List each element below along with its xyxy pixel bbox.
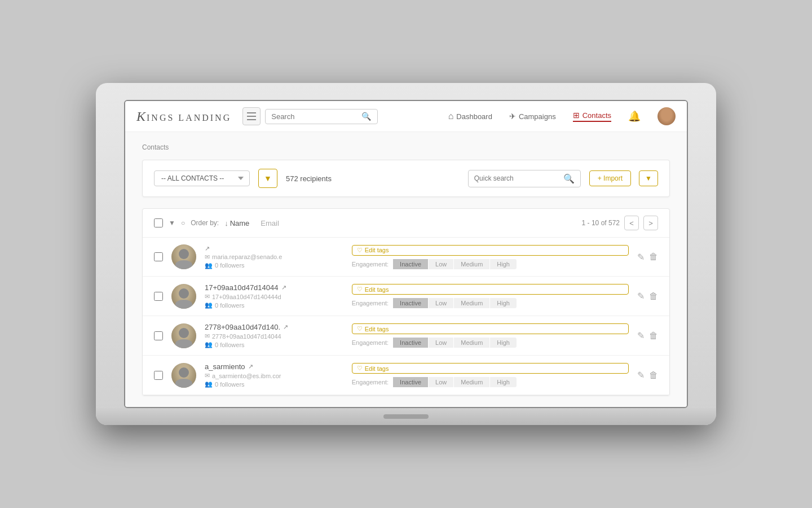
- user-avatar[interactable]: [657, 107, 676, 125]
- contact-info-0: ↗ ✉ maria.reparaz@senado.e 👥 0 followers: [205, 245, 343, 269]
- row-actions-1: ✎ 🗑: [637, 291, 658, 301]
- bell-icon[interactable]: 🔔: [628, 110, 641, 122]
- engagement-label-2: Engagement:: [352, 339, 389, 346]
- order-by-label: Order by:: [191, 219, 219, 227]
- engagement-segment-high: High: [490, 377, 517, 387]
- col-name-header[interactable]: ↓ Name: [224, 219, 249, 227]
- row-actions-0: ✎ 🗑: [637, 252, 658, 262]
- import-dropdown-button[interactable]: ▼: [639, 170, 658, 186]
- contact-engagement-1: ♡ Edit tags Engagement: InactiveLowMediu…: [352, 284, 629, 308]
- edit-contact-button-0[interactable]: ✎: [637, 252, 645, 262]
- contact-avatar-0: [171, 244, 196, 269]
- delete-contact-button-1[interactable]: 🗑: [649, 291, 658, 301]
- chevron-down-icon: ▼: [645, 174, 652, 182]
- select-all-checkbox[interactable]: [154, 218, 163, 227]
- contacts-icon: ⊞: [573, 111, 580, 120]
- contacts-list: ↗ ✉ maria.reparaz@senado.e 👥 0 followers…: [143, 238, 669, 395]
- engagement-row-3: Engagement: InactiveLowMediumHigh: [352, 377, 629, 387]
- nav-campaigns-label: Campaigns: [519, 112, 556, 121]
- laptop-frame: KINGS LANDING 🔍 ⌂ Dashboard ✈ Campaigns: [96, 83, 716, 425]
- engagement-label-1: Engagement:: [352, 300, 389, 306]
- table-row: ↗ ✉ maria.reparaz@senado.e 👥 0 followers…: [143, 238, 669, 277]
- contacts-table: ▼ ○ Order by: ↓ Name Email 1 - 10 of 572…: [142, 208, 670, 396]
- external-link-icon: ↗: [283, 323, 288, 331]
- table-filter-icon[interactable]: ▼: [169, 219, 175, 227]
- contact-followers-1: 👥 0 followers: [205, 301, 343, 309]
- external-link-icon: ↗: [205, 245, 210, 252]
- contact-name-0[interactable]: ↗: [205, 245, 343, 252]
- quick-search-icon: 🔍: [563, 173, 575, 184]
- row-checkbox-3[interactable]: [154, 371, 163, 380]
- laptop-screen: KINGS LANDING 🔍 ⌂ Dashboard ✈ Campaigns: [124, 100, 688, 408]
- nav-links: ⌂ Dashboard ✈ Campaigns ⊞ Contacts 🔔: [448, 107, 676, 125]
- import-button[interactable]: + Import: [589, 170, 631, 186]
- contact-info-3: a_sarmiento↗ ✉ a_sarmiento@es.ibm.cor 👥 …: [205, 362, 343, 388]
- contact-engagement-0: ♡ Edit tags Engagement: InactiveLowMediu…: [352, 245, 629, 269]
- next-page-button[interactable]: >: [643, 216, 658, 230]
- followers-icon: 👥: [205, 341, 213, 348]
- sort-arrow-icon: ↓: [224, 219, 228, 227]
- followers-icon: 👥: [205, 380, 213, 388]
- row-checkbox-1[interactable]: [154, 292, 163, 301]
- contact-name-2[interactable]: 2778+09aa10d47d140.↗: [205, 323, 343, 331]
- contact-name-1[interactable]: 17+09aa10d47d14044↗: [205, 283, 343, 292]
- edit-contact-button-1[interactable]: ✎: [637, 291, 645, 301]
- engagement-segment-medium: Medium: [454, 259, 489, 269]
- engagement-row-2: Engagement: InactiveLowMediumHigh: [352, 338, 629, 348]
- col-name-label: Name: [230, 219, 250, 227]
- contact-name-3[interactable]: a_sarmiento↗: [205, 362, 343, 371]
- contact-avatar-3: [171, 363, 196, 388]
- search-box: 🔍: [265, 109, 378, 124]
- contact-info-1: 17+09aa10d47d14044↗ ✉ 17+09aa10d47d14044…: [205, 283, 343, 309]
- contacts-select[interactable]: -- ALL CONTACTS --: [154, 170, 250, 186]
- contact-email-3: ✉ a_sarmiento@es.ibm.cor: [205, 372, 343, 379]
- quick-search-input[interactable]: [474, 174, 563, 182]
- contact-followers-3: 👥 0 followers: [205, 380, 343, 388]
- edit-tags-button-0[interactable]: ♡ Edit tags: [352, 245, 629, 256]
- filter-button[interactable]: ▼: [258, 169, 277, 188]
- edit-tags-button-1[interactable]: ♡ Edit tags: [352, 284, 629, 295]
- recipient-count: 572 recipients: [286, 174, 332, 183]
- table-header: ▼ ○ Order by: ↓ Name Email 1 - 10 of 572…: [143, 209, 669, 238]
- prev-page-button[interactable]: <: [624, 216, 639, 230]
- laptop-notch: [383, 414, 429, 419]
- contact-engagement-3: ♡ Edit tags Engagement: InactiveLowMediu…: [352, 363, 629, 387]
- contact-info-2: 2778+09aa10d47d140.↗ ✉ 2778+09aa10d47d14…: [205, 323, 343, 348]
- nav-contacts[interactable]: ⊞ Contacts: [573, 111, 611, 122]
- row-checkbox-0[interactable]: [154, 252, 163, 261]
- contact-email-2: ✉ 2778+09aa10d47d14044: [205, 332, 343, 340]
- delete-contact-button-3[interactable]: 🗑: [649, 370, 658, 380]
- edit-contact-button-3[interactable]: ✎: [637, 370, 645, 380]
- edit-tags-button-2[interactable]: ♡ Edit tags: [352, 323, 629, 334]
- row-checkbox-2[interactable]: [154, 331, 163, 340]
- followers-icon: 👥: [205, 301, 213, 309]
- engagement-segment-high: High: [490, 259, 517, 269]
- contact-email-1: ✉ 17+09aa10d47d140444d: [205, 293, 343, 300]
- engagement-segment-low: Low: [429, 338, 453, 348]
- table-row: 2778+09aa10d47d140.↗ ✉ 2778+09aa10d47d14…: [143, 316, 669, 356]
- edit-contact-button-2[interactable]: ✎: [637, 330, 645, 341]
- delete-contact-button-2[interactable]: 🗑: [649, 331, 658, 341]
- nav-campaigns[interactable]: ✈ Campaigns: [509, 112, 556, 121]
- engagement-segment-inactive: Inactive: [393, 259, 428, 269]
- table-search-icon[interactable]: ○: [181, 219, 185, 227]
- nav-dashboard-label: Dashboard: [456, 112, 492, 121]
- delete-contact-button-0[interactable]: 🗑: [649, 252, 658, 262]
- engagement-segment-low: Low: [429, 298, 453, 308]
- filter-icon: ▼: [264, 174, 272, 183]
- engagement-segment-inactive: Inactive: [393, 377, 428, 387]
- engagement-segment-high: High: [490, 298, 517, 308]
- nav-dashboard[interactable]: ⌂ Dashboard: [448, 111, 492, 121]
- edit-tags-button-3[interactable]: ♡ Edit tags: [352, 363, 629, 374]
- search-input[interactable]: [271, 112, 361, 121]
- col-email-header[interactable]: Email: [261, 219, 279, 227]
- engagement-segment-medium: Medium: [454, 377, 489, 387]
- nav-bar: KINGS LANDING 🔍 ⌂ Dashboard ✈ Campaigns: [125, 101, 687, 132]
- contact-followers-0: 👥 0 followers: [205, 262, 343, 269]
- engagement-row-0: Engagement: InactiveLowMediumHigh: [352, 259, 629, 269]
- table-row: 17+09aa10d47d14044↗ ✉ 17+09aa10d47d14044…: [143, 277, 669, 316]
- row-actions-3: ✎ 🗑: [637, 370, 658, 380]
- engagement-segment-medium: Medium: [454, 338, 489, 348]
- email-icon: ✉: [205, 332, 210, 340]
- hamburger-button[interactable]: [242, 107, 261, 125]
